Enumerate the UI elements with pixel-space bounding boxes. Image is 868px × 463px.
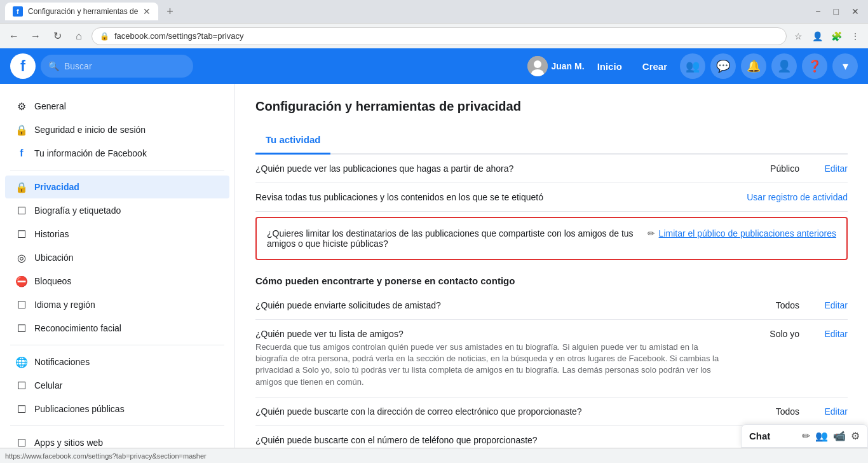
- top-nav: Juan M. Inicio Crear 👥 💬 🔔 👤 ❓ ▾: [527, 53, 858, 79]
- sidebar-item-location[interactable]: ◎ Ubicación: [5, 246, 229, 269]
- chat-bar[interactable]: Chat ✏ 👥 📹 ⚙: [741, 424, 868, 448]
- inicio-link[interactable]: Inicio: [590, 61, 630, 72]
- messenger-icon[interactable]: 💬: [710, 53, 736, 79]
- mobile-icon: ☐: [15, 379, 28, 392]
- search-input[interactable]: [64, 61, 186, 71]
- groups-icon[interactable]: 👤: [771, 53, 797, 79]
- notifications-icon[interactable]: 🔔: [741, 53, 766, 79]
- home-button[interactable]: ⌂: [70, 27, 88, 45]
- question-future-posts: ¿Quién puede ver las publicaciones que h…: [255, 163, 726, 174]
- notif-icon: 🌐: [15, 356, 28, 368]
- tab-title: Configuración y herramientas de: [28, 7, 138, 16]
- chat-video-icon[interactable]: 📹: [833, 430, 846, 442]
- question-friends-list: ¿Quién puede ver tu lista de amigos? Rec…: [255, 329, 726, 388]
- sidebar-item-blocks[interactable]: ⛔ Bloqueos: [5, 270, 229, 293]
- edit-future-posts[interactable]: Editar: [810, 163, 848, 174]
- tab-activity[interactable]: Tu actividad: [255, 127, 330, 155]
- friends-list-sub: Recuerda que tus amigos controlan quién …: [255, 342, 726, 388]
- sidebar-item-biography[interactable]: ☐ Biografía y etiquetado: [5, 199, 229, 222]
- sidebar-item-stories[interactable]: ☐ Historias: [5, 223, 229, 245]
- minimize-button[interactable]: −: [811, 5, 824, 18]
- edit-email-link[interactable]: Editar: [824, 406, 848, 417]
- back-button[interactable]: ←: [5, 27, 23, 45]
- row-email-search: ¿Quién puede buscarte con la dirección d…: [255, 397, 848, 426]
- close-button[interactable]: ✕: [848, 5, 863, 18]
- friends-icon[interactable]: 👥: [680, 53, 705, 79]
- chat-settings-icon[interactable]: ⚙: [851, 430, 860, 442]
- sidebar-item-mobile[interactable]: ☐ Celular: [5, 374, 229, 397]
- browser-tab[interactable]: f Configuración y herramientas de ✕: [5, 3, 158, 20]
- blocks-icon: ⛔: [15, 275, 28, 287]
- activity-log-link[interactable]: Usar registro de actividad: [747, 192, 848, 202]
- row-friends-list: ¿Quién puede ver tu lista de amigos? Rec…: [255, 320, 848, 397]
- biography-icon: ☐: [15, 204, 28, 217]
- sidebar-label-stories: Historias: [34, 229, 69, 239]
- lock-icon: 🔒: [100, 32, 109, 41]
- chat-bar-label: Chat: [749, 431, 797, 441]
- avatar: [527, 56, 548, 76]
- edit-future-posts-link[interactable]: Editar: [824, 163, 848, 174]
- address-bar[interactable]: 🔒 facebook.com/settings?tab=privacy: [92, 27, 787, 45]
- sidebar-label-privacy: Privacidad: [34, 182, 79, 192]
- edit-friend-requests-link[interactable]: Editar: [824, 300, 848, 310]
- more-icon[interactable]: ▾: [832, 53, 858, 79]
- apps-icon: ☐: [15, 436, 28, 449]
- sidebar-item-security[interactable]: 🔒 Seguridad e inicio de sesión: [5, 118, 229, 141]
- main-content: Configuración y herramientas de privacid…: [235, 84, 868, 463]
- limit-old-link[interactable]: Limitar el público de publicaciones ante…: [659, 228, 836, 238]
- tab-close-icon[interactable]: ✕: [143, 6, 151, 17]
- profile-icon[interactable]: 👤: [810, 29, 825, 44]
- edit-email-search[interactable]: Editar: [810, 406, 848, 417]
- sidebar-label-security: Seguridad e inicio de sesión: [34, 125, 146, 135]
- contact-section-title: Cómo pueden encontrarte y ponerse en con…: [255, 275, 848, 286]
- reload-button[interactable]: ↻: [48, 27, 66, 45]
- fb-favicon: f: [13, 6, 23, 17]
- facial-icon: ☐: [15, 322, 28, 335]
- sidebar-label-facial: Reconocimiento facial: [34, 323, 121, 333]
- value-email-search: Todos: [736, 406, 799, 417]
- pencil-icon: ✏: [648, 228, 655, 238]
- forward-button[interactable]: →: [27, 27, 44, 45]
- sidebar-item-fb-info[interactable]: f Tu información de Facebook: [5, 142, 229, 165]
- page-wrapper: ⚙ General 🔒 Seguridad e inicio de sesión…: [0, 84, 868, 463]
- edit-activity-log[interactable]: Usar registro de actividad: [747, 192, 848, 202]
- edit-friends-list-link[interactable]: Editar: [824, 329, 848, 339]
- browser-titlebar: f Configuración y herramientas de ✕ + − …: [0, 0, 868, 23]
- star-icon[interactable]: ☆: [790, 29, 806, 44]
- sidebar-item-privacy[interactable]: 🔒 Privacidad: [5, 176, 229, 198]
- edit-friends-list[interactable]: Editar: [810, 329, 848, 339]
- chat-pencil-icon[interactable]: ✏: [802, 430, 810, 442]
- question-email-search: ¿Quién puede buscarte con la dirección d…: [255, 406, 726, 417]
- user-profile-button[interactable]: Juan M.: [527, 56, 585, 76]
- language-icon: ☐: [15, 298, 28, 311]
- sidebar-item-facial[interactable]: ☐ Reconocimiento facial: [5, 317, 229, 340]
- browser-toolbar: ← → ↻ ⌂ 🔒 facebook.com/settings?tab=priv…: [0, 23, 868, 48]
- help-icon[interactable]: ❓: [802, 53, 827, 79]
- value-friends-list: Solo yo: [736, 329, 799, 339]
- address-text: facebook.com/settings?tab=privacy: [114, 31, 778, 41]
- chat-people-icon[interactable]: 👥: [815, 430, 828, 442]
- stories-icon: ☐: [15, 228, 28, 240]
- search-bar[interactable]: 🔍: [41, 55, 193, 78]
- status-bar: https://www.facebook.com/settings?tab=pr…: [0, 448, 868, 463]
- value-future-posts: Público: [736, 163, 799, 174]
- crear-link[interactable]: Crear: [635, 61, 675, 72]
- sidebar-item-language[interactable]: ☐ Idioma y región: [5, 293, 229, 316]
- menu-icon[interactable]: ⋮: [848, 29, 863, 44]
- status-url: https://www.facebook.com/settings?tab=pr…: [5, 452, 863, 460]
- extensions-icon[interactable]: 🧩: [829, 29, 844, 44]
- browser-chrome: f Configuración y herramientas de ✕ + − …: [0, 0, 868, 48]
- question-activity-log: Revisa todas tus publicaciones y los con…: [255, 192, 663, 202]
- security-icon: 🔒: [15, 123, 28, 136]
- sidebar-item-public-posts[interactable]: ☐ Publicaciones públicas: [5, 397, 229, 420]
- sidebar-label-biography: Biografía y etiquetado: [34, 205, 121, 216]
- new-tab-button[interactable]: +: [161, 3, 179, 20]
- privacy-icon: 🔒: [15, 181, 28, 193]
- search-icon: 🔍: [48, 61, 59, 71]
- sidebar-item-general[interactable]: ⚙ General: [5, 95, 229, 118]
- location-icon: ◎: [15, 251, 28, 264]
- sidebar-label-blocks: Bloqueos: [34, 276, 71, 286]
- edit-friend-requests[interactable]: Editar: [810, 300, 848, 310]
- maximize-button[interactable]: □: [830, 5, 843, 18]
- sidebar-item-notifications[interactable]: 🌐 Notificaciones: [5, 350, 229, 373]
